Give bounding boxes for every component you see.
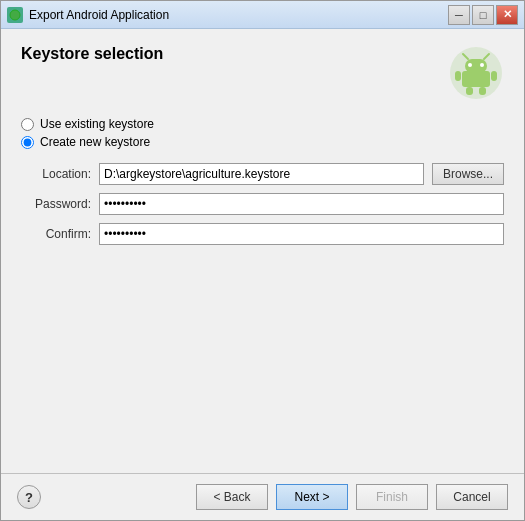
finish-button[interactable]: Finish bbox=[356, 484, 428, 510]
window-title: Export Android Application bbox=[29, 8, 448, 22]
use-existing-keystore-option[interactable]: Use existing keystore bbox=[21, 117, 504, 131]
svg-rect-8 bbox=[455, 71, 461, 81]
browse-button[interactable]: Browse... bbox=[432, 163, 504, 185]
window-controls: ─ □ ✕ bbox=[448, 5, 518, 25]
close-button[interactable]: ✕ bbox=[496, 5, 518, 25]
form-fields: Location: Browse... Password: Confirm: bbox=[21, 163, 504, 245]
maximize-button[interactable]: □ bbox=[472, 5, 494, 25]
use-existing-radio[interactable] bbox=[21, 118, 34, 131]
use-existing-label: Use existing keystore bbox=[40, 117, 154, 131]
location-label: Location: bbox=[21, 167, 91, 181]
create-new-keystore-option[interactable]: Create new keystore bbox=[21, 135, 504, 149]
password-label: Password: bbox=[21, 197, 91, 211]
next-button[interactable]: Next > bbox=[276, 484, 348, 510]
title-bar: Export Android Application ─ □ ✕ bbox=[1, 1, 524, 29]
page-title: Keystore selection bbox=[21, 45, 163, 63]
svg-point-4 bbox=[468, 63, 472, 67]
android-logo bbox=[448, 45, 504, 101]
radio-group: Use existing keystore Create new keystor… bbox=[21, 117, 504, 149]
location-input[interactable] bbox=[99, 163, 424, 185]
confirm-input[interactable] bbox=[99, 223, 504, 245]
content-area: Keystore selection bbox=[1, 29, 524, 473]
svg-point-5 bbox=[480, 63, 484, 67]
create-new-label: Create new keystore bbox=[40, 135, 150, 149]
create-new-radio[interactable] bbox=[21, 136, 34, 149]
back-button[interactable]: < Back bbox=[196, 484, 268, 510]
window-icon bbox=[7, 7, 23, 23]
svg-rect-2 bbox=[462, 71, 490, 87]
cancel-button[interactable]: Cancel bbox=[436, 484, 508, 510]
footer: ? < Back Next > Finish Cancel bbox=[1, 473, 524, 520]
header-row: Keystore selection bbox=[21, 45, 504, 101]
password-row: Password: bbox=[21, 193, 504, 215]
location-row: Location: Browse... bbox=[21, 163, 504, 185]
main-window: Export Android Application ─ □ ✕ Keystor… bbox=[0, 0, 525, 521]
help-button[interactable]: ? bbox=[17, 485, 41, 509]
form-section: Use existing keystore Create new keystor… bbox=[21, 117, 504, 290]
svg-rect-9 bbox=[491, 71, 497, 81]
svg-point-0 bbox=[10, 10, 20, 20]
svg-rect-11 bbox=[479, 87, 486, 95]
svg-rect-10 bbox=[466, 87, 473, 95]
confirm-row: Confirm: bbox=[21, 223, 504, 245]
password-input[interactable] bbox=[99, 193, 504, 215]
confirm-label: Confirm: bbox=[21, 227, 91, 241]
minimize-button[interactable]: ─ bbox=[448, 5, 470, 25]
